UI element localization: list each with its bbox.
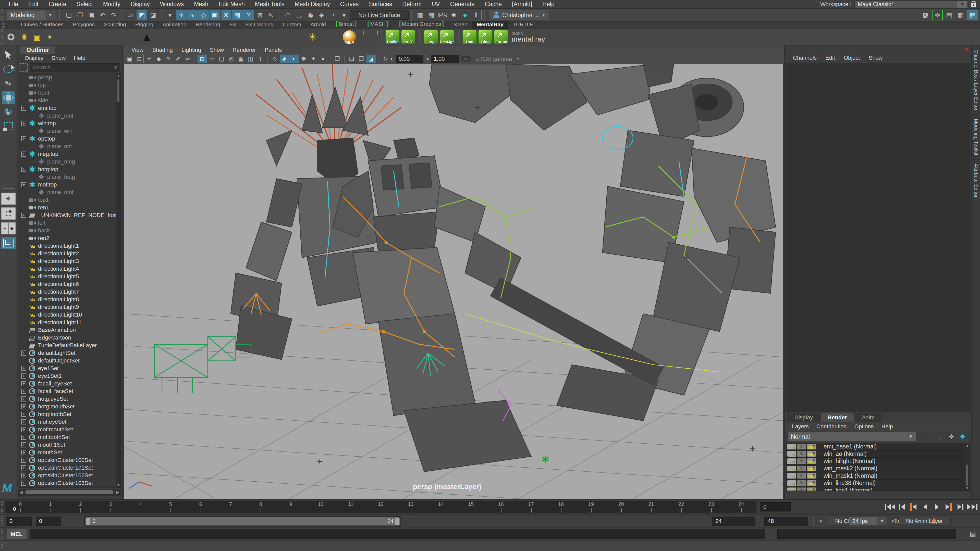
expand-toggle-icon[interactable]: [21, 427, 26, 432]
expand-toggle-icon[interactable]: [21, 106, 26, 111]
layer-renderable-toggle[interactable]: [787, 444, 796, 450]
frame-tick[interactable]: 13: [396, 501, 426, 513]
menu-item[interactable]: Show: [864, 55, 887, 61]
outliner-item[interactable]: opt:skinCluster103Set: [18, 479, 121, 487]
shelf-tab[interactable]: [MentalRay]: [472, 21, 508, 29]
snap-flyout-caret[interactable]: ▾: [165, 10, 175, 21]
magnet-axis-icon[interactable]: ◈: [316, 10, 327, 21]
layer-renderable-toggle[interactable]: [787, 465, 796, 472]
drag-handle[interactable]: [0, 529, 4, 540]
outliner-item[interactable]: directionalLight9: [18, 303, 121, 311]
vp-next-view-icon[interactable]: ❐: [357, 55, 366, 63]
drag-handle[interactable]: [0, 500, 4, 514]
fps-dropdown[interactable]: 24 fps▼: [849, 516, 887, 526]
menu-item[interactable]: Object: [839, 55, 864, 61]
menu-item[interactable]: Lighting: [177, 47, 205, 53]
expand-toggle-icon[interactable]: [21, 481, 26, 486]
menu-item[interactable]: Edit Mesh: [213, 1, 250, 8]
quick-help-icon[interactable]: ?: [243, 10, 254, 21]
shelf-light-tool-3-icon[interactable]: ✦: [43, 30, 56, 43]
sidebar-vertical-tab[interactable]: Modeling Toolkit: [972, 115, 980, 160]
render-layer-row[interactable]: win_mask1 (Normal): [786, 472, 969, 480]
channel-box-toggle[interactable]: ▦: [967, 10, 978, 21]
expand-toggle-icon[interactable]: [21, 404, 26, 409]
outliner-item[interactable]: hotg:toothSet: [18, 410, 121, 418]
menu-set-dropdown[interactable]: Modeling ▼: [7, 10, 56, 20]
expand-toggle-icon[interactable]: [21, 450, 26, 455]
expand-toggle-icon[interactable]: [21, 167, 26, 172]
outliner-item[interactable]: directionalLight11: [18, 319, 121, 326]
outliner-item[interactable]: facail_eyeSet: [18, 380, 121, 387]
menu-item[interactable]: Display: [125, 1, 155, 8]
shelf-tab[interactable]: [XGen]: [449, 21, 472, 29]
menu-item[interactable]: Contribution: [813, 423, 851, 430]
range-slider-bar[interactable]: 0 24: [86, 517, 400, 526]
go-to-end-button[interactable]: [966, 501, 978, 513]
outliner-item[interactable]: front: [18, 89, 121, 97]
workspace-dropdown[interactable]: Maya Classic* ▼: [854, 0, 968, 8]
expand-toggle-icon[interactable]: [21, 457, 26, 463]
expand-toggle-icon[interactable]: [21, 473, 26, 478]
frame-tick[interactable]: 23: [696, 501, 726, 513]
outliner-item[interactable]: persp: [18, 74, 121, 81]
outliner-item[interactable]: mof:eyeSet: [18, 418, 121, 426]
command-input-field[interactable]: [30, 529, 765, 539]
outliner-item[interactable]: plane_hotg: [18, 173, 121, 181]
layer-refresh-icon[interactable]: [797, 444, 806, 450]
vp-bookmark-view-icon[interactable]: ◪: [366, 55, 375, 63]
shelf-tab[interactable]: [MASH]: [362, 20, 394, 29]
render-view-button[interactable]: ▥: [415, 10, 425, 21]
expand-toggle-icon[interactable]: [21, 213, 26, 218]
frame-tick[interactable]: 21: [636, 501, 666, 513]
vp-prev-view-icon[interactable]: ❏: [347, 55, 356, 63]
shelf-tab[interactable]: [Bifrost]: [331, 20, 362, 29]
playback-start-field[interactable]: 0: [36, 516, 61, 526]
layer-editor-tab[interactable]: Render: [821, 413, 854, 422]
outliner-item[interactable]: eye1Set: [18, 365, 121, 372]
gamma-field[interactable]: 1.00: [431, 55, 458, 63]
rotate-tool-button[interactable]: ↻: [2, 106, 15, 118]
status-icon[interactable]: [411, 10, 412, 20]
user-account-menu[interactable]: Christopher ... ▼: [490, 10, 549, 20]
frame-tick[interactable]: 9: [275, 501, 306, 513]
snap-together-icon[interactable]: ▦: [232, 10, 243, 21]
shelf-button[interactable]: mrVP: [401, 30, 415, 44]
paint-select-tool-button[interactable]: ✎: [2, 77, 15, 90]
magnet-live-icon[interactable]: ◔: [328, 10, 338, 21]
current-frame-field[interactable]: 0: [760, 502, 791, 511]
outliner-item[interactable]: directionalLight5: [18, 273, 121, 280]
expand-toggle-icon[interactable]: [21, 151, 26, 157]
shelf-button[interactable]: ResMgr: [440, 30, 454, 44]
outliner-item[interactable]: opt:top: [18, 135, 121, 143]
layer-renderable-toggle[interactable]: [787, 473, 796, 479]
menu-item[interactable]: Curves: [335, 1, 364, 8]
outliner-item[interactable]: directionalLight4: [18, 265, 121, 273]
outliner-item[interactable]: directionalLight6: [18, 280, 121, 288]
layer-renderable-toggle[interactable]: [787, 487, 796, 491]
layer-settings-icon[interactable]: [807, 451, 816, 457]
frame-tick[interactable]: 17: [516, 501, 546, 513]
status-icon[interactable]: [121, 10, 123, 20]
vp-camera-settings-icon[interactable]: ✳: [145, 55, 154, 63]
play-backwards-button[interactable]: [919, 501, 931, 513]
layer-settings-icon[interactable]: [807, 480, 816, 486]
menu-item[interactable]: File: [3, 1, 23, 8]
vp-grid-toggle-icon[interactable]: ⊞: [197, 55, 207, 63]
vp-refresh-icon[interactable]: ↻: [381, 55, 390, 63]
highlight-selection-icon[interactable]: ↖: [266, 10, 277, 21]
shelf-tab[interactable]: [Sculpting]: [99, 21, 130, 29]
frame-tick[interactable]: 7: [216, 501, 246, 513]
outliner-item[interactable]: win:top: [18, 120, 121, 127]
shelf-sun-icon[interactable]: ☀: [306, 30, 319, 43]
render-layer-row[interactable]: emi_base1 (Normal): [786, 443, 969, 451]
chevron-down-icon[interactable]: ▼: [957, 1, 967, 8]
shelf-button[interactable]: Blog: [478, 30, 493, 44]
shelf-cone-icon[interactable]: ▲: [140, 30, 153, 43]
vp-bookmark-icon[interactable]: ◆: [154, 55, 163, 63]
panel-mini-icon[interactable]: ✱: [965, 47, 968, 52]
menu-item[interactable]: View: [127, 47, 148, 53]
render-settings-button[interactable]: ✱: [449, 10, 459, 21]
move-tool-button[interactable]: [2, 91, 15, 104]
vp-safe-action-icon[interactable]: ◫: [246, 55, 255, 63]
snap-plane-icon[interactable]: ▣: [210, 10, 220, 21]
